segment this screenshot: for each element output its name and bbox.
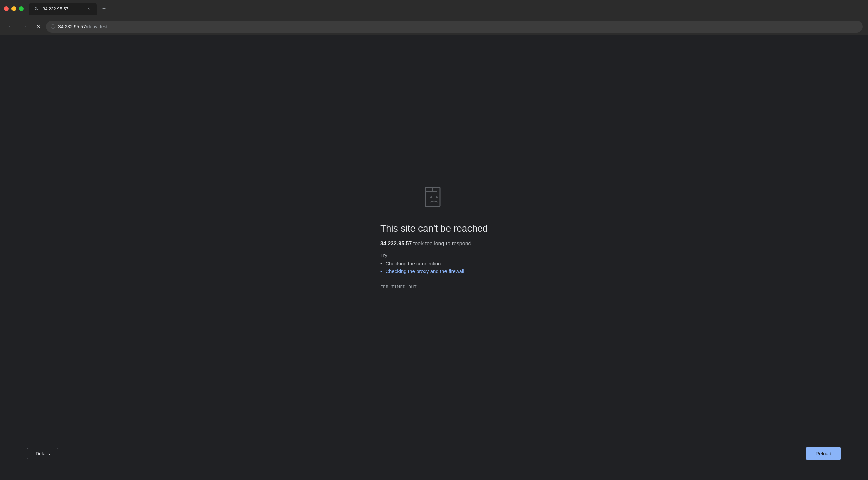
error-title: This site can't be reached [380, 223, 488, 234]
error-domain: 34.232.95.57 [380, 241, 412, 246]
minimize-window-button[interactable] [11, 6, 16, 11]
traffic-lights [4, 6, 24, 11]
error-page: This site can't be reached 34.232.95.57 … [0, 35, 868, 480]
stop-button[interactable]: ✕ [32, 21, 43, 32]
try-list: Checking the connection Checking the pro… [380, 261, 464, 276]
reload-button[interactable]: Reload [806, 447, 841, 460]
error-icon [422, 185, 446, 210]
address-bar[interactable]: ⓘ 34.232.95.57/deny_test [46, 21, 863, 33]
suggestion-connection-text: Checking the connection [385, 261, 441, 266]
info-icon: ⓘ [51, 24, 55, 30]
try-label: Try: [380, 252, 389, 258]
tab-title: 34.232.95.57 [43, 6, 83, 11]
close-window-button[interactable] [4, 6, 9, 11]
error-description-suffix: took too long to respond. [412, 241, 473, 246]
address-domain: 34.232.95.57 [58, 24, 86, 29]
bottom-buttons: Details Reload [0, 447, 868, 460]
error-content: This site can't be reached 34.232.95.57 … [380, 223, 488, 289]
details-button[interactable]: Details [27, 448, 58, 459]
address-text: 34.232.95.57/deny_test [58, 24, 107, 29]
maximize-window-button[interactable] [19, 6, 24, 11]
suggestion-proxy[interactable]: Checking the proxy and the firewall [380, 268, 464, 274]
forward-button[interactable]: → [19, 21, 30, 32]
title-bar: ↻ 34.232.95.57 × + [0, 0, 868, 18]
svg-point-3 [430, 196, 432, 198]
tab-close-button[interactable]: × [86, 6, 91, 11]
tab-loading-icon: ↻ [34, 6, 40, 11]
suggestion-proxy-text: Checking the proxy and the firewall [385, 268, 464, 274]
browser-tab[interactable]: ↻ 34.232.95.57 × [29, 3, 97, 15]
svg-point-4 [436, 196, 438, 198]
address-path: /deny_test [86, 24, 108, 29]
suggestion-connection: Checking the connection [380, 261, 464, 266]
back-button[interactable]: ← [5, 21, 16, 32]
new-tab-button[interactable]: + [99, 4, 109, 14]
error-code: ERR_TIMED_OUT [380, 284, 417, 289]
error-description: 34.232.95.57 took too long to respond. [380, 241, 473, 247]
nav-bar: ← → ✕ ⓘ 34.232.95.57/deny_test [0, 18, 868, 35]
